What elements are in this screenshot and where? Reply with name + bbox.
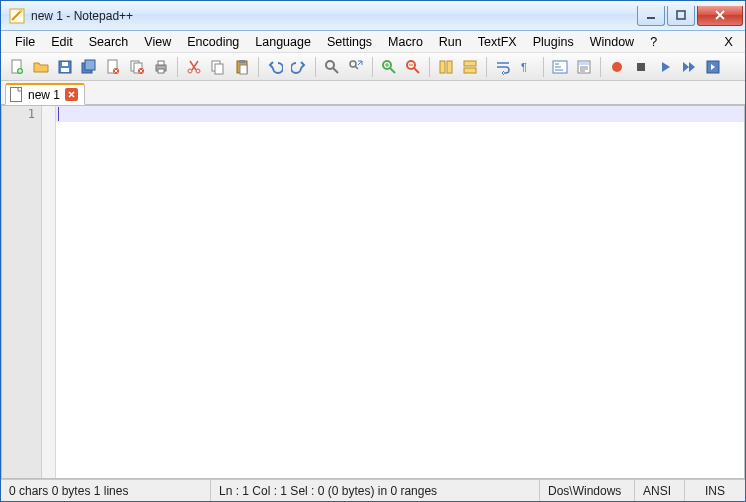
svg-text:¶: ¶: [521, 61, 527, 73]
svg-rect-24: [239, 60, 245, 63]
menu-file[interactable]: File: [7, 33, 43, 51]
svg-rect-32: [464, 61, 476, 66]
current-line-highlight: [56, 106, 744, 122]
status-bar: 0 chars 0 bytes 1 lines Ln : 1 Col : 1 S…: [1, 479, 745, 501]
menu-search[interactable]: Search: [81, 33, 137, 51]
wrap-icon[interactable]: [492, 56, 514, 78]
close-window-button[interactable]: [697, 6, 743, 26]
window-title: new 1 - Notepad++: [31, 9, 133, 23]
toolbar-separator: [315, 57, 316, 77]
svg-point-19: [188, 69, 192, 73]
svg-point-26: [326, 61, 334, 69]
doc-map-icon[interactable]: [573, 56, 595, 78]
menu-settings[interactable]: Settings: [319, 33, 380, 51]
svg-rect-39: [637, 63, 645, 71]
copy-icon[interactable]: [207, 56, 229, 78]
zoom-out-icon[interactable]: [402, 56, 424, 78]
menu-macro[interactable]: Macro: [380, 33, 431, 51]
svg-rect-2: [647, 17, 655, 19]
minimize-button[interactable]: [637, 6, 665, 26]
toolbar-separator: [486, 57, 487, 77]
indent-guide-icon[interactable]: [549, 56, 571, 78]
menu-run[interactable]: Run: [431, 33, 470, 51]
svg-rect-31: [447, 61, 452, 73]
status-mode: INS: [685, 480, 745, 501]
find-icon[interactable]: [321, 56, 343, 78]
svg-rect-30: [440, 61, 445, 73]
svg-point-38: [612, 62, 622, 72]
toolbar-separator: [372, 57, 373, 77]
save-all-icon[interactable]: [78, 56, 100, 78]
line-number-gutter: 1: [2, 106, 42, 478]
save-macro-icon[interactable]: [702, 56, 724, 78]
svg-rect-25: [240, 65, 247, 74]
menu-window[interactable]: Window: [582, 33, 642, 51]
tab-bar: new 1: [1, 81, 745, 105]
stop-macro-icon[interactable]: [630, 56, 652, 78]
menu-view[interactable]: View: [136, 33, 179, 51]
menu-plugins[interactable]: Plugins: [525, 33, 582, 51]
sync-v-icon[interactable]: [435, 56, 457, 78]
print-icon[interactable]: [150, 56, 172, 78]
fast-forward-icon[interactable]: [678, 56, 700, 78]
app-icon: [9, 8, 25, 24]
toolbar-separator: [543, 57, 544, 77]
fold-margin: [42, 106, 56, 478]
menu-edit[interactable]: Edit: [43, 33, 81, 51]
status-counts: 0 chars 0 bytes 1 lines: [1, 480, 211, 501]
svg-rect-33: [464, 68, 476, 73]
toolbar-separator: [429, 57, 430, 77]
svg-rect-41: [11, 88, 22, 102]
toolbar-separator: [258, 57, 259, 77]
show-all-icon[interactable]: ¶: [516, 56, 538, 78]
caret: [58, 107, 59, 121]
line-number: 1: [8, 106, 35, 122]
toolbar-separator: [600, 57, 601, 77]
svg-rect-17: [158, 61, 164, 65]
save-icon[interactable]: [54, 56, 76, 78]
svg-rect-37: [579, 62, 589, 65]
menu-bar: File Edit Search View Encoding Language …: [1, 31, 745, 53]
svg-rect-3: [677, 11, 685, 19]
svg-rect-7: [61, 68, 69, 72]
svg-rect-10: [85, 60, 95, 70]
window-controls: [635, 6, 743, 26]
zoom-in-icon[interactable]: [378, 56, 400, 78]
toolbar-separator: [177, 57, 178, 77]
menu-encoding[interactable]: Encoding: [179, 33, 247, 51]
undo-icon[interactable]: [264, 56, 286, 78]
menu-textfx[interactable]: TextFX: [470, 33, 525, 51]
svg-rect-22: [215, 64, 223, 74]
svg-point-1: [19, 9, 22, 12]
play-macro-icon[interactable]: [654, 56, 676, 78]
replace-icon[interactable]: [345, 56, 367, 78]
status-encoding: ANSI: [635, 480, 685, 501]
svg-rect-8: [62, 62, 68, 66]
redo-icon[interactable]: [288, 56, 310, 78]
close-icon[interactable]: [102, 56, 124, 78]
svg-point-20: [196, 69, 200, 73]
document-icon: [10, 87, 23, 102]
menu-close-x[interactable]: X: [718, 32, 739, 51]
app-window: new 1 - Notepad++ File Edit Search View …: [0, 0, 746, 502]
sync-h-icon[interactable]: [459, 56, 481, 78]
open-file-icon[interactable]: [30, 56, 52, 78]
status-position: Ln : 1 Col : 1 Sel : 0 (0 bytes) in 0 ra…: [211, 480, 540, 501]
tab-label: new 1: [28, 88, 60, 102]
status-eol: Dos\Windows: [540, 480, 635, 501]
tab-close-button[interactable]: [65, 88, 78, 101]
svg-rect-18: [158, 69, 164, 73]
new-file-icon[interactable]: [6, 56, 28, 78]
close-all-icon[interactable]: [126, 56, 148, 78]
record-macro-icon[interactable]: [606, 56, 628, 78]
editor-area: 1: [1, 105, 745, 479]
menu-language[interactable]: Language: [247, 33, 319, 51]
cut-icon[interactable]: [183, 56, 205, 78]
toolbar: ¶: [1, 53, 745, 81]
tab-new-1[interactable]: new 1: [5, 83, 85, 105]
menu-help[interactable]: ?: [642, 33, 665, 51]
titlebar[interactable]: new 1 - Notepad++: [1, 1, 745, 31]
text-content[interactable]: [56, 106, 744, 478]
paste-icon[interactable]: [231, 56, 253, 78]
maximize-button[interactable]: [667, 6, 695, 26]
